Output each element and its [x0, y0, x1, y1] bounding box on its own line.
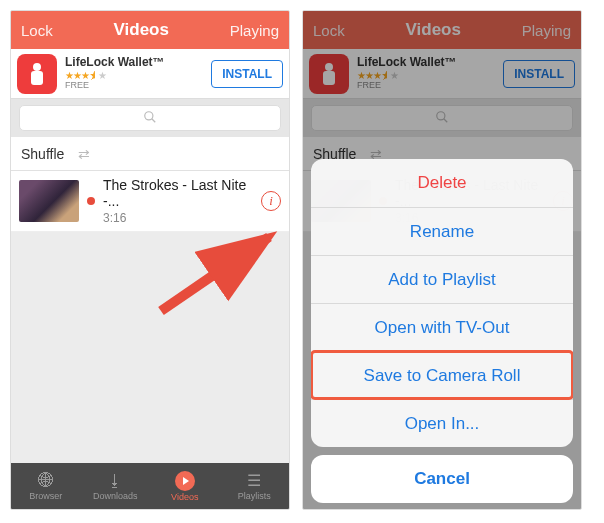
info-icon[interactable]: i — [261, 191, 281, 211]
callout-arrow-icon — [151, 231, 290, 321]
shuffle-icon: ⇄ — [78, 146, 90, 162]
tab-label: Downloads — [93, 491, 138, 501]
ad-text: LifeLock Wallet™ ★★★⯨★ FREE — [65, 56, 203, 90]
list-icon: ☰ — [247, 471, 261, 490]
nav-playing-button[interactable]: Playing — [230, 22, 279, 39]
tab-bar: 🌐︎ Browser ⭳ Downloads Videos ☰ Playlist… — [11, 463, 289, 509]
action-sheet: Delete Rename Add to Playlist Open with … — [311, 159, 573, 503]
svg-line-3 — [152, 118, 156, 122]
video-list: The Strokes - Last Nite -... 3:16 i — [11, 171, 289, 232]
list-item[interactable]: The Strokes - Last Nite -... 3:16 i — [11, 171, 289, 232]
nav-title: Videos — [114, 20, 169, 40]
shuffle-row[interactable]: Shuffle ⇄ — [11, 137, 289, 171]
tab-label: Browser — [29, 491, 62, 501]
install-button[interactable]: INSTALL — [211, 60, 283, 88]
globe-icon: 🌐︎ — [38, 472, 54, 490]
sheet-delete[interactable]: Delete — [311, 159, 573, 207]
ad-rating-stars: ★★★⯨★ — [65, 70, 203, 81]
ad-title: LifeLock Wallet™ — [65, 56, 203, 69]
nav-lock-button[interactable]: Lock — [21, 22, 53, 39]
lifelock-person-icon — [17, 54, 57, 94]
sheet-open-in[interactable]: Open In... — [311, 399, 573, 447]
svg-point-2 — [145, 111, 153, 119]
video-title: The Strokes - Last Nite -... — [103, 177, 253, 209]
download-icon: ⭳ — [107, 472, 123, 490]
tab-videos[interactable]: Videos — [150, 463, 220, 509]
sheet-rename[interactable]: Rename — [311, 207, 573, 255]
tab-label: Playlists — [238, 491, 271, 501]
svg-rect-1 — [31, 71, 43, 85]
play-icon — [175, 471, 195, 491]
ad-banner[interactable]: LifeLock Wallet™ ★★★⯨★ FREE INSTALL — [11, 49, 289, 99]
video-duration: 3:16 — [103, 211, 253, 225]
sheet-cancel[interactable]: Cancel — [311, 455, 573, 503]
sheet-add-playlist[interactable]: Add to Playlist — [311, 255, 573, 303]
nav-bar: Lock Videos Playing — [11, 11, 289, 49]
tab-browser[interactable]: 🌐︎ Browser — [11, 463, 81, 509]
video-thumbnail — [19, 180, 79, 222]
search-input[interactable] — [19, 105, 281, 131]
now-playing-dot-icon — [87, 197, 95, 205]
shuffle-label: Shuffle — [21, 146, 64, 162]
svg-rect-0 — [33, 63, 41, 71]
sheet-tv-out[interactable]: Open with TV-Out — [311, 303, 573, 351]
tab-label: Videos — [171, 492, 198, 502]
tab-downloads[interactable]: ⭳ Downloads — [81, 463, 151, 509]
tab-playlists[interactable]: ☰ Playlists — [220, 463, 290, 509]
screenshot-right: Lock Videos Playing LifeLock Wallet™ ★★★… — [302, 10, 582, 510]
search-icon — [143, 110, 157, 127]
sheet-save-camera-roll[interactable]: Save to Camera Roll — [311, 351, 573, 399]
screenshot-left: Lock Videos Playing LifeLock Wallet™ ★★★… — [10, 10, 290, 510]
svg-line-4 — [161, 237, 269, 311]
ad-price: FREE — [65, 81, 203, 91]
